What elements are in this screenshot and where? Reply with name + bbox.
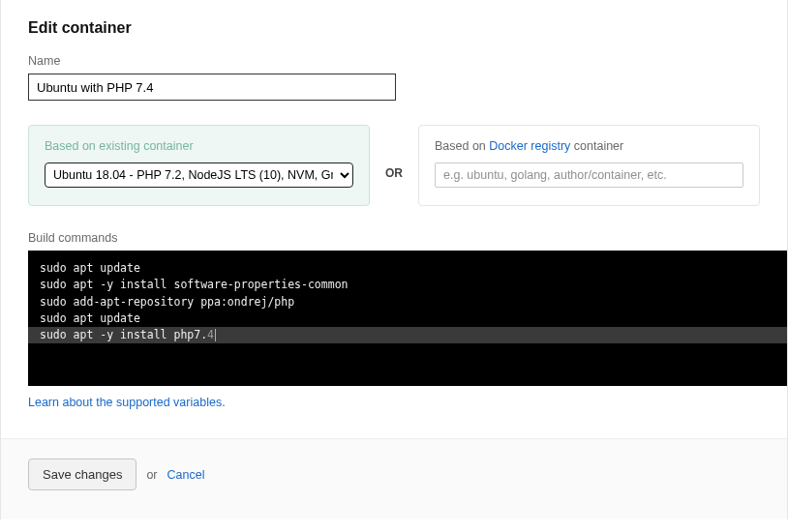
base-container-row: Based on existing container Ubuntu 18.04… <box>28 125 760 206</box>
help-link[interactable]: Learn about the supported variables. <box>28 396 226 409</box>
cancel-link[interactable]: Cancel <box>167 468 205 482</box>
existing-container-select[interactable]: Ubuntu 18.04 - PHP 7.2, NodeJS LTS (10),… <box>45 163 353 188</box>
existing-container-panel[interactable]: Based on existing container Ubuntu 18.04… <box>28 125 370 206</box>
terminal-line: sudo apt update <box>40 310 775 327</box>
docker-registry-panel[interactable]: Based on Docker registry container <box>418 125 760 206</box>
name-field-group: Name <box>28 54 760 101</box>
page-title: Edit container <box>28 19 760 37</box>
save-button[interactable]: Save changes <box>28 458 136 490</box>
or-divider: OR <box>370 125 418 206</box>
name-label: Name <box>28 54 760 68</box>
docker-registry-link[interactable]: Docker registry <box>489 139 570 153</box>
build-commands-label: Build commands <box>28 231 760 245</box>
terminal-line-active: sudo apt -y install php7.4 <box>28 327 787 343</box>
docker-registry-input[interactable] <box>435 163 743 188</box>
terminal-line: sudo apt -y install software-properties-… <box>40 277 775 293</box>
terminal-line: sudo apt update <box>40 260 775 277</box>
footer: Save changes or Cancel <box>1 438 787 519</box>
terminal-line: sudo add-apt-repository ppa:ondrej/php <box>40 294 775 310</box>
build-commands-section: Build commands sudo apt update sudo apt … <box>28 231 760 409</box>
docker-registry-label: Based on Docker registry container <box>435 139 743 153</box>
existing-container-label: Based on existing container <box>45 139 353 153</box>
build-commands-editor[interactable]: sudo apt update sudo apt -y install soft… <box>28 251 787 386</box>
cursor-icon <box>215 329 216 341</box>
or-text: or <box>146 468 157 482</box>
name-input[interactable] <box>28 74 396 101</box>
